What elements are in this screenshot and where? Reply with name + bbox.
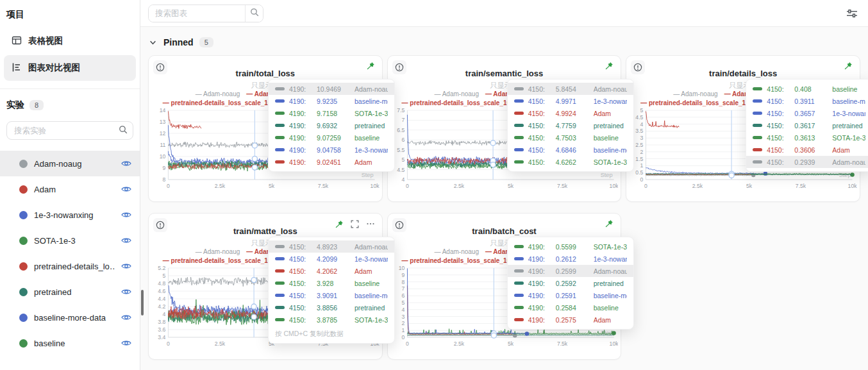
experiment-search [6, 121, 133, 140]
eye-icon[interactable] [121, 237, 131, 244]
info-icon[interactable] [631, 60, 645, 74]
tooltip-row: 4190: 0.2575 Adam [508, 314, 633, 326]
main-area: Pinned 5 train/total_loss 只显示前 — A [140, 0, 868, 370]
scrollbar-thumb[interactable] [141, 290, 144, 315]
experiment-list-item[interactable]: baseline [0, 330, 140, 356]
series-color-pill [275, 245, 285, 248]
info-icon[interactable] [153, 60, 167, 74]
svg-text:7: 7 [401, 117, 405, 123]
experiment-name: pretrained-details_lo… [34, 262, 115, 271]
experiment-list-item[interactable]: pretrained-details_lo… [0, 253, 140, 279]
tooltip-value: 9.9235 [317, 97, 350, 105]
tooltip-series-name: Adam-noaug [832, 158, 865, 166]
legend-item[interactable]: — pretrained-details_loss_scale_100 [402, 99, 514, 106]
eye-icon[interactable] [121, 211, 131, 219]
chart-card: train/semantic_loss 只显示前 — Adam-noaug— A… [387, 55, 622, 202]
tooltip-step: 4190: [289, 97, 312, 105]
pin-icon[interactable] [335, 220, 344, 228]
svg-text:3.4: 3.4 [158, 334, 165, 341]
tooltip-row: 4150: 0.3613 SOTA-1e-3 [746, 131, 868, 144]
tooltip-step: 4150: [767, 158, 790, 166]
tooltip-series-name: SOTA-1e-3 [832, 134, 865, 142]
experiment-list-item[interactable]: baseline-more-data [0, 305, 140, 330]
pin-icon[interactable] [844, 62, 853, 70]
chart-search-input[interactable] [149, 5, 245, 22]
eye-icon[interactable] [121, 314, 131, 321]
tooltip-step: 4150: [289, 304, 312, 312]
svg-text:4.2: 4.2 [158, 303, 165, 310]
tooltip-step: 4150: [767, 110, 790, 117]
svg-text:0: 0 [167, 341, 170, 347]
experiment-list-item[interactable]: 1e-3-nowanxing [0, 202, 140, 228]
legend-item[interactable]: — Adam-noaug [434, 90, 479, 97]
tooltip-series-name: Adam [355, 267, 388, 275]
series-color-pill [275, 112, 285, 115]
svg-text:10: 10 [160, 153, 166, 160]
series-color-pill [753, 136, 762, 139]
tooltip-step: 4150: [767, 85, 790, 93]
tooltip-row: 4190: 9.04758 1e-3-nowanxing [269, 144, 394, 156]
tooltip-step: 4190: [289, 158, 312, 166]
tooltip-rows: 4150: 0.408 baseline 4150: 0.3911 baseli… [746, 83, 868, 168]
eye-icon[interactable] [121, 160, 131, 167]
experiment-list-item[interactable]: pretrained [0, 279, 140, 305]
info-icon[interactable] [392, 60, 406, 74]
svg-text:4.5: 4.5 [397, 167, 405, 173]
tooltip-series-name: baseline-more-data [594, 146, 627, 154]
eye-icon[interactable] [121, 288, 131, 296]
experiment-color-dot [19, 262, 28, 271]
legend-item[interactable]: — pretrained-details_loss_scale_100 [402, 257, 514, 264]
fullscreen-icon[interactable] [351, 220, 359, 228]
tooltip-step: 4190: [289, 122, 312, 130]
experiment-color-dot [19, 237, 28, 245]
search-button[interactable] [245, 5, 263, 22]
info-icon[interactable] [392, 218, 406, 232]
pin-icon[interactable] [605, 62, 613, 70]
experiment-name: 1e-3-nowanxing [34, 210, 115, 220]
tooltip-series-name: SOTA-1e-3 [355, 316, 388, 324]
tooltip-series-name: Adam-noaug [355, 243, 388, 251]
series-color-pill [514, 160, 524, 164]
tooltip-row: 4190: 0.5599 SOTA-1e-3 [508, 240, 633, 253]
tooltip-step: 4150: [528, 146, 551, 154]
chart-card: train/details_loss 只显示前 — Adam-noaug— Ad… [626, 55, 860, 202]
svg-text:0: 0 [401, 334, 405, 341]
chevron-down-icon[interactable] [148, 38, 158, 47]
tooltip-series-name: baseline-more-data [355, 97, 388, 105]
legend-item[interactable]: — pretrained-details_loss_scale_100 [163, 99, 275, 106]
eye-icon[interactable] [121, 339, 131, 347]
sidebar-item-chart-compare-view[interactable]: 图表对比视图 [4, 55, 136, 81]
chart-card-actions [605, 219, 613, 228]
legend-item[interactable]: — Adam-noaug [434, 248, 479, 255]
tooltip-row: 4190: 0.2591 baseline-more-data [508, 289, 633, 301]
eye-icon[interactable] [121, 262, 131, 270]
experiment-list-item[interactable]: SOTA-1e-3 [0, 228, 140, 253]
svg-text:4.6: 4.6 [158, 288, 165, 294]
tooltip-series-name: 1e-3-nowanxing [355, 146, 388, 154]
settings-sliders-icon[interactable] [844, 6, 860, 21]
legend-item[interactable]: — pretrained-details_loss_scale_100 [640, 99, 753, 106]
tooltip-value: 5.8454 [556, 85, 589, 93]
eye-icon[interactable] [121, 185, 131, 193]
legend-item[interactable]: — Adam-noaug [196, 248, 240, 255]
tooltip-series-name: SOTA-1e-3 [355, 110, 388, 117]
sidebar-item-table-view[interactable]: 表格视图 [4, 28, 136, 54]
tooltip-footer: 按 CMD+C 复制此数据 [269, 326, 394, 340]
series-color-pill [275, 282, 285, 285]
svg-text:0: 0 [644, 183, 647, 189]
pin-icon[interactable] [367, 62, 375, 70]
svg-text:2: 2 [401, 320, 405, 326]
legend-item[interactable]: — Adam-noaug [196, 90, 240, 97]
experiment-list-item[interactable]: Adam [0, 176, 140, 202]
experiment-search-input[interactable] [13, 126, 119, 136]
legend-item[interactable]: — Adam-noaug [673, 90, 718, 97]
more-icon[interactable] [366, 219, 375, 228]
info-icon[interactable] [153, 218, 167, 232]
experiment-list-item[interactable]: Adam-noaug [0, 151, 140, 176]
pin-icon[interactable] [605, 219, 613, 228]
tooltip-rows: 4150: 4.8923 Adam-noaug 4150: 4.2099 1e-… [269, 240, 394, 326]
tooltip-step: 4150: [528, 85, 551, 93]
chart-compare-icon [12, 62, 22, 74]
tooltip-step: 4150: [289, 255, 312, 263]
legend-item[interactable]: — pretrained-details_loss_scale_100 [163, 257, 275, 264]
